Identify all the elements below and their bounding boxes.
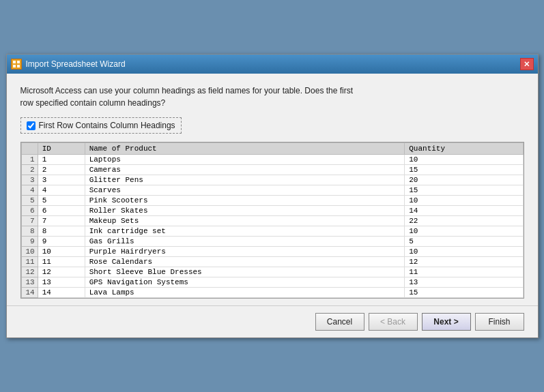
table-row: 1 1 Laptops 10: [21, 155, 523, 165]
table-body: 1 1 Laptops 10 2 2 Cameras 15 3 3 Glitte…: [21, 155, 523, 298]
cell-qty: 15: [405, 185, 523, 196]
cell-qty: 22: [405, 216, 523, 226]
table-row: 12 12 Short Sleeve Blue Dresses 11: [21, 267, 523, 277]
cell-id: 10: [38, 247, 85, 257]
col-header-rownum: [21, 143, 38, 155]
cell-qty: 15: [405, 165, 523, 175]
cell-rownum: 10: [21, 247, 38, 257]
cell-rownum: 8: [21, 226, 38, 237]
cell-name: Makeup Sets: [85, 216, 405, 226]
first-row-checkbox[interactable]: [27, 121, 35, 130]
next-button[interactable]: Next >: [422, 313, 471, 331]
table-row: 13 13 GPS Navigation Systems 13: [21, 277, 523, 288]
cell-qty: 10: [405, 247, 523, 257]
table-row: 5 5 Pink Scooters 10: [21, 196, 523, 206]
cell-qty: 10: [405, 196, 523, 206]
cell-rownum: 5: [21, 196, 38, 206]
cell-name: Short Sleeve Blue Dresses: [85, 267, 405, 277]
table-row: 6 6 Roller Skates 14: [21, 206, 523, 216]
table-row: 8 8 Ink cartridge set 10: [21, 226, 523, 237]
data-table-container: ID Name of Product Quantity 1 1 Laptops …: [20, 142, 524, 299]
table-row: 14 14 Lava Lamps 15: [21, 288, 523, 298]
checkbox-frame: First Row Contains Column Headings: [20, 117, 182, 134]
cell-name: Glitter Pens: [85, 175, 405, 185]
cell-rownum: 2: [21, 165, 38, 175]
cell-id: 9: [38, 237, 85, 247]
cell-id: 6: [38, 206, 85, 216]
svg-rect-2: [13, 65, 16, 67]
cell-name: Lava Lamps: [85, 288, 405, 298]
cell-qty: 10: [405, 155, 523, 165]
cell-id: 14: [38, 288, 85, 298]
window-title: Import Spreadsheet Wizard: [26, 59, 126, 69]
cell-qty: 20: [405, 175, 523, 185]
table-row: 9 9 Gas Grills 5: [21, 237, 523, 247]
cell-id: 12: [38, 267, 85, 277]
cell-id: 2: [38, 165, 85, 175]
table-row: 7 7 Makeup Sets 22: [21, 216, 523, 226]
cell-name: Scarves: [85, 185, 405, 196]
table-header-row: ID Name of Product Quantity: [21, 143, 523, 155]
cell-name: Ink cartridge set: [85, 226, 405, 237]
cell-id: 4: [38, 185, 85, 196]
cell-rownum: 11: [21, 257, 38, 267]
cell-rownum: 6: [21, 206, 38, 216]
cell-rownum: 7: [21, 216, 38, 226]
cell-rownum: 9: [21, 237, 38, 247]
col-header-qty: Quantity: [405, 143, 523, 155]
cell-rownum: 4: [21, 185, 38, 196]
cell-qty: 10: [405, 226, 523, 237]
table-row: 3 3 Glitter Pens 20: [21, 175, 523, 185]
checkbox-label[interactable]: First Row Contains Column Headings: [39, 121, 175, 130]
svg-rect-0: [13, 61, 16, 63]
svg-rect-3: [17, 65, 20, 67]
cell-qty: 12: [405, 257, 523, 267]
cell-id: 8: [38, 226, 85, 237]
cell-qty: 14: [405, 206, 523, 216]
cell-name: Gas Grills: [85, 237, 405, 247]
col-header-name: Name of Product: [85, 143, 405, 155]
table-scroll[interactable]: ID Name of Product Quantity 1 1 Laptops …: [21, 142, 524, 298]
cell-rownum: 13: [21, 277, 38, 288]
cell-id: 1: [38, 155, 85, 165]
finish-button[interactable]: Finish: [475, 313, 524, 331]
table-row: 2 2 Cameras 15: [21, 165, 523, 175]
cell-rownum: 1: [21, 155, 38, 165]
wizard-footer: Cancel < Back Next > Finish: [7, 305, 538, 337]
cell-name: GPS Navigation Systems: [85, 277, 405, 288]
app-icon: [11, 59, 22, 70]
cell-name: Laptops: [85, 155, 405, 165]
wizard-content: Microsoft Access can use your column hea…: [7, 74, 538, 305]
back-button[interactable]: < Back: [369, 313, 418, 331]
checkbox-area: First Row Contains Column Headings: [20, 117, 524, 134]
cell-rownum: 12: [21, 267, 38, 277]
svg-rect-1: [17, 61, 20, 63]
cell-id: 7: [38, 216, 85, 226]
table-row: 10 10 Purple Hairdryers 10: [21, 247, 523, 257]
cell-rownum: 3: [21, 175, 38, 185]
cell-qty: 13: [405, 277, 523, 288]
description-text: Microsoft Access can use your column hea…: [20, 85, 524, 109]
cell-rownum: 14: [21, 288, 38, 298]
cancel-button[interactable]: Cancel: [315, 313, 364, 331]
wizard-window: Import Spreadsheet Wizard ✕ Microsoft Ac…: [6, 54, 539, 338]
cell-id: 11: [38, 257, 85, 267]
cell-id: 3: [38, 175, 85, 185]
cell-qty: 11: [405, 267, 523, 277]
cell-name: Pink Scooters: [85, 196, 405, 206]
title-bar: Import Spreadsheet Wizard ✕: [7, 55, 538, 74]
cell-name: Roller Skates: [85, 206, 405, 216]
cell-name: Cameras: [85, 165, 405, 175]
title-bar-left: Import Spreadsheet Wizard: [11, 59, 126, 70]
cell-name: Purple Hairdryers: [85, 247, 405, 257]
cell-id: 13: [38, 277, 85, 288]
cell-name: Rose Calendars: [85, 257, 405, 267]
table-row: 11 11 Rose Calendars 12: [21, 257, 523, 267]
cell-qty: 15: [405, 288, 523, 298]
table-row: 4 4 Scarves 15: [21, 185, 523, 196]
cell-id: 5: [38, 196, 85, 206]
close-button[interactable]: ✕: [520, 58, 534, 70]
col-header-id: ID: [38, 143, 85, 155]
cell-qty: 5: [405, 237, 523, 247]
spreadsheet-table: ID Name of Product Quantity 1 1 Laptops …: [21, 142, 524, 298]
